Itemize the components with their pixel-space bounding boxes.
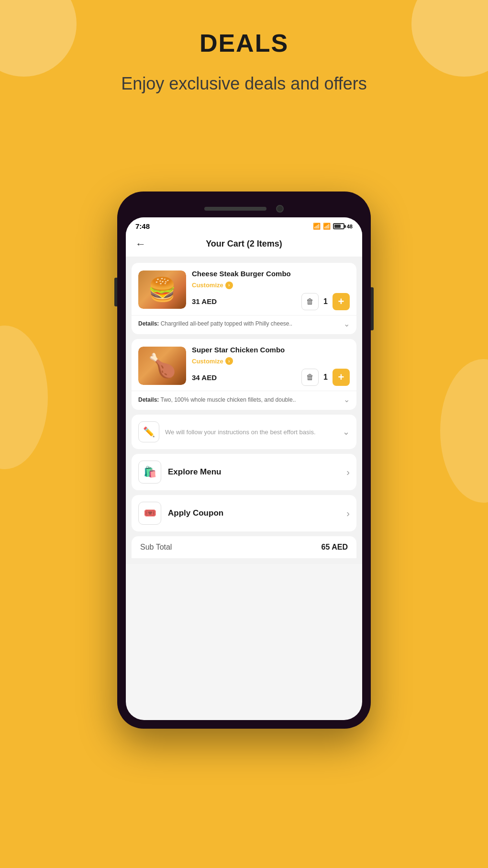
cart-item-1: Cheese Steak Burger Combo Customize › 31… <box>132 263 356 334</box>
apply-coupon-chevron-icon: › <box>346 508 350 519</box>
item-1-details-chevron[interactable]: ⌄ <box>344 319 350 328</box>
phone-side-button-left <box>114 278 117 306</box>
item-2-qty-controls: 🗑 1 + <box>301 369 350 386</box>
item-1-customize-btn[interactable]: Customize › <box>192 282 233 289</box>
cart-item-1-main: Cheese Steak Burger Combo Customize › 31… <box>132 263 356 315</box>
app-header: ← Your Cart (2 Items) <box>126 233 362 257</box>
item-1-qty-controls: 🗑 1 + <box>301 293 350 310</box>
phone-mockup: 7:48 📶 📶 48 ← Your Cart (2 Items) <box>117 192 371 729</box>
apply-coupon-label: Apply Coupon <box>168 508 340 518</box>
instructions-text: We will follow your instructions on the … <box>165 428 337 436</box>
phone-screen: 7:48 📶 📶 48 ← Your Cart (2 Items) <box>126 217 362 720</box>
explore-menu-icon: 🛍️ <box>138 461 161 484</box>
status-icons: 📶 📶 48 <box>313 223 353 230</box>
apply-coupon-icon: 🎟️ <box>138 502 161 525</box>
signal-icon: 📶 <box>323 223 331 230</box>
cart-item-2-main: Super Star Chicken Combo Customize › 34 … <box>132 339 356 391</box>
page-subtitle: Enjoy exclusive deals and offers <box>0 72 488 96</box>
item-1-image <box>138 271 186 309</box>
item-2-add-button[interactable]: + <box>333 369 350 386</box>
explore-menu-card[interactable]: 🛍️ Explore Menu › <box>132 454 356 490</box>
phone-notch <box>126 200 362 217</box>
subtotal-value: 65 AED <box>322 543 348 552</box>
instructions-chevron-icon: ⌄ <box>343 427 350 437</box>
cart-item-2: Super Star Chicken Combo Customize › 34 … <box>132 339 356 410</box>
customize-arrow-icon: › <box>225 282 233 289</box>
battery-icon <box>333 223 344 229</box>
app-content: Cheese Steak Burger Combo Customize › 31… <box>126 257 362 564</box>
item-2-customize-btn[interactable]: Customize › <box>192 357 233 365</box>
wifi-icon: 📶 <box>313 223 321 230</box>
item-1-delete-button[interactable]: 🗑 <box>301 293 319 310</box>
item-2-price: 34 AED <box>192 373 217 382</box>
battery-level: 48 <box>347 224 353 229</box>
item-1-info: Cheese Steak Burger Combo Customize › 31… <box>192 270 350 310</box>
subtotal-label: Sub Total <box>140 543 172 552</box>
apply-coupon-card[interactable]: 🎟️ Apply Coupon › <box>132 495 356 531</box>
item-2-details-text: Details: Two, 100% whole muscle chicken … <box>138 396 344 403</box>
item-1-add-button[interactable]: + <box>333 293 350 310</box>
item-1-price: 31 AED <box>192 297 217 305</box>
phone-camera <box>276 205 284 213</box>
item-2-details-chevron[interactable]: ⌄ <box>344 395 350 404</box>
item-2-image <box>138 347 186 385</box>
notch-bar <box>204 207 266 211</box>
item-2-details-row: Details: Two, 100% whole muscle chicken … <box>132 391 356 410</box>
subtotal-row: Sub Total 65 AED <box>132 536 356 558</box>
item-1-details-text: Details: Chargrilled all-beef patty topp… <box>138 320 344 327</box>
chicken-image <box>138 347 186 385</box>
item-2-quantity: 1 <box>323 373 328 382</box>
bg-decoration-mid-right <box>440 359 488 503</box>
item-1-quantity: 1 <box>323 297 328 306</box>
cart-title: Your Cart (2 Items) <box>206 239 282 249</box>
explore-menu-label: Explore Menu <box>168 467 340 477</box>
burger-image <box>138 271 186 309</box>
explore-menu-chevron-icon: › <box>346 467 350 478</box>
item-1-details-row: Details: Chargrilled all-beef patty topp… <box>132 315 356 334</box>
item-2-name: Super Star Chicken Combo <box>192 346 350 354</box>
item-2-delete-button[interactable]: 🗑 <box>301 369 319 386</box>
item-1-price-row: 31 AED 🗑 1 + <box>192 293 350 310</box>
phone-side-button-right <box>371 287 374 330</box>
bg-decoration-mid-left <box>0 326 48 469</box>
item-2-price-row: 34 AED 🗑 1 + <box>192 369 350 386</box>
status-time: 7:48 <box>135 222 150 230</box>
special-instructions-card[interactable]: ✏️ We will follow your instructions on t… <box>132 415 356 449</box>
item-2-info: Super Star Chicken Combo Customize › 34 … <box>192 346 350 386</box>
customize-arrow-2-icon: › <box>225 357 233 365</box>
item-1-name: Cheese Steak Burger Combo <box>192 270 350 278</box>
back-button[interactable]: ← <box>135 238 146 250</box>
status-bar: 7:48 📶 📶 48 <box>126 217 362 233</box>
instructions-icon: ✏️ <box>138 421 159 442</box>
